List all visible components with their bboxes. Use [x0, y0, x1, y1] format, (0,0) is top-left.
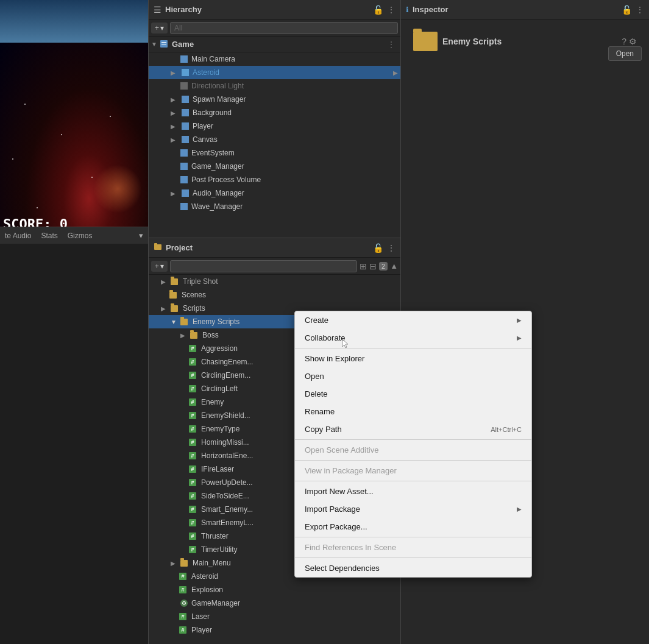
hierarchy-item-game-manager[interactable]: Game_Manager	[149, 160, 400, 173]
hierarchy-item-background[interactable]: ▶ Background	[149, 106, 400, 119]
open-button[interactable]: Open	[608, 46, 642, 61]
label-spawn-manager: Spawn Manager	[193, 95, 246, 104]
label-background: Background	[193, 108, 232, 117]
project-item-scenes[interactable]: Scenes	[149, 288, 400, 302]
tab-stats[interactable]: Stats	[36, 229, 62, 242]
game-view-tabs: te Audio Stats Gizmos ▾	[0, 227, 148, 244]
tab-gizmos[interactable]: Gizmos	[63, 229, 98, 242]
menu-item-import-asset[interactable]: Import New Asset...	[295, 483, 531, 500]
svg-rect-2	[161, 44, 166, 44]
scene-icon	[160, 40, 169, 49]
tabs-dropdown[interactable]: ▾	[134, 228, 148, 242]
hierarchy-item-canvas[interactable]: ▶ Canvas	[149, 133, 400, 146]
filter-icon[interactable]: ⊟	[369, 261, 377, 271]
tab-audio[interactable]: te Audio	[0, 229, 36, 242]
more-icon[interactable]: ⋮	[387, 5, 395, 15]
menu-label-find-refs: Find References In Scene	[305, 543, 396, 552]
project-item-game-manager-script[interactable]: ⚙ GameManager	[149, 596, 400, 610]
project-lock-icon[interactable]: 🔓	[373, 243, 383, 253]
menu-item-select-deps[interactable]: Select Dependencies	[295, 559, 531, 577]
hierarchy-item-asteroid[interactable]: ▶ Asteroid ▶	[149, 66, 400, 79]
menu-item-import-package[interactable]: Import Package ▶	[295, 500, 531, 518]
folder-icon-main-menu	[180, 558, 190, 568]
menu-item-rename[interactable]: Rename	[295, 403, 531, 420]
cube-icon-spawn	[180, 94, 190, 104]
search-placeholder-text: All	[174, 24, 182, 32]
script-icon-asteroid: #	[179, 571, 189, 581]
project-icon	[154, 242, 162, 253]
eye-count-badge: 2	[379, 262, 388, 271]
label-triple-shot: Triple Shot	[183, 277, 218, 286]
settings-icon[interactable]: ⚙	[629, 37, 637, 46]
add-dropdown-arrow: ▾	[160, 24, 164, 32]
separator-3	[295, 460, 531, 461]
label-asteroid: Asteroid	[193, 68, 219, 77]
project-item-player-script[interactable]: # Player	[149, 623, 400, 637]
menu-label-delete: Delete	[305, 389, 328, 398]
hierarchy-toolbar: + ▾ All	[149, 19, 400, 37]
hierarchy-item-player[interactable]: ▶ Player	[149, 119, 400, 133]
label-scripts: Scripts	[183, 304, 205, 313]
menu-item-open[interactable]: Open	[295, 367, 531, 385]
context-menu: Create ▶ Collaborate ▶ Show in Explorer …	[294, 311, 532, 578]
hierarchy-item-ppv[interactable]: Post Process Volume	[149, 173, 400, 186]
hierarchy-item-spawn-manager[interactable]: ▶ Spawn Manager	[149, 93, 400, 106]
project-header-actions: 🔓 ⋮	[373, 243, 395, 253]
hierarchy-add-button[interactable]: + ▾	[151, 23, 168, 34]
project-item-triple-shot[interactable]: ▶ Triple Shot	[149, 275, 400, 288]
hierarchy-header: ☰ Hierarchy 🔓 ⋮	[149, 0, 400, 19]
label-enemy-scripts: Enemy Scripts	[193, 317, 239, 326]
menu-item-create[interactable]: Create ▶	[295, 311, 531, 329]
create-arrow: ▶	[517, 317, 522, 324]
grid-icon[interactable]: ⊞	[360, 261, 367, 271]
scene-game-row[interactable]: ▼ Game ⋮	[149, 37, 400, 52]
menu-item-copy-path[interactable]: Copy Path Alt+Ctrl+C	[295, 420, 531, 438]
project-more-icon[interactable]: ⋮	[387, 243, 395, 253]
game-view: SCORE: 0	[0, 0, 148, 238]
inspector-header: ℹ Inspector 🔓 ⋮	[401, 0, 649, 19]
script-icon-side: #	[189, 491, 199, 501]
menu-label-show-explorer: Show in Explorer	[305, 354, 364, 363]
help-icon[interactable]: ?	[622, 37, 626, 46]
lock-icon[interactable]: 🔓	[373, 5, 383, 15]
scroll-up[interactable]: ▲	[390, 261, 398, 271]
menu-label-select-deps: Select Dependencies	[305, 564, 380, 573]
menu-label-open-scene: Open Scene Additive	[305, 445, 378, 455]
script-icon-homing: #	[189, 437, 199, 447]
inspector-lock-icon[interactable]: 🔓	[622, 5, 632, 15]
label-smart-l: SmartEnemyL...	[201, 518, 254, 527]
project-item-laser[interactable]: # Laser	[149, 610, 400, 623]
hierarchy-item-wave-manager[interactable]: Wave_Manager	[149, 200, 400, 213]
separator-1	[295, 348, 531, 349]
menu-item-delete[interactable]: Delete	[295, 385, 531, 403]
hierarchy-item-audio-manager[interactable]: ▶ Audio_Manager	[149, 186, 400, 200]
svg-rect-4	[154, 243, 157, 246]
hierarchy-item-directional-light[interactable]: Directional Light	[149, 79, 400, 93]
project-title: Project	[166, 243, 373, 252]
script-icon-enemy: #	[189, 397, 199, 407]
script-icon-enemy-type: #	[189, 424, 199, 434]
project-header: Project 🔓 ⋮	[149, 238, 400, 258]
script-icon-enemy-shield: #	[189, 411, 199, 420]
hierarchy-search[interactable]: All	[170, 22, 398, 34]
label-circling-left: CirclingLeft	[201, 384, 238, 393]
menu-item-collaborate[interactable]: Collaborate ▶	[295, 329, 531, 347]
script-icon-player: #	[179, 625, 189, 635]
hierarchy-title: Hierarchy	[165, 5, 373, 14]
cube-icon-player	[180, 121, 190, 131]
scene-menu[interactable]: ⋮	[387, 40, 395, 49]
label-canvas: Canvas	[193, 135, 218, 144]
menu-item-export-package[interactable]: Export Package...	[295, 518, 531, 536]
project-add-button[interactable]: + ▾	[151, 261, 168, 272]
inspector-more-icon[interactable]: ⋮	[636, 5, 644, 15]
project-search-box[interactable]	[170, 260, 357, 272]
project-item-explosion[interactable]: # Explosion	[149, 583, 400, 596]
hierarchy-item-event-system[interactable]: EventSystem	[149, 146, 400, 160]
menu-item-show-explorer[interactable]: Show in Explorer	[295, 350, 531, 367]
script-icon-horizontal: #	[189, 451, 199, 461]
hierarchy-item-main-camera[interactable]: Main Camera	[149, 52, 400, 66]
label-timer: TimerUtility	[201, 545, 238, 554]
plus-icon: +	[155, 24, 159, 32]
hierarchy-header-actions: 🔓 ⋮	[373, 5, 395, 15]
label-main-menu: Main_Menu	[193, 559, 231, 567]
